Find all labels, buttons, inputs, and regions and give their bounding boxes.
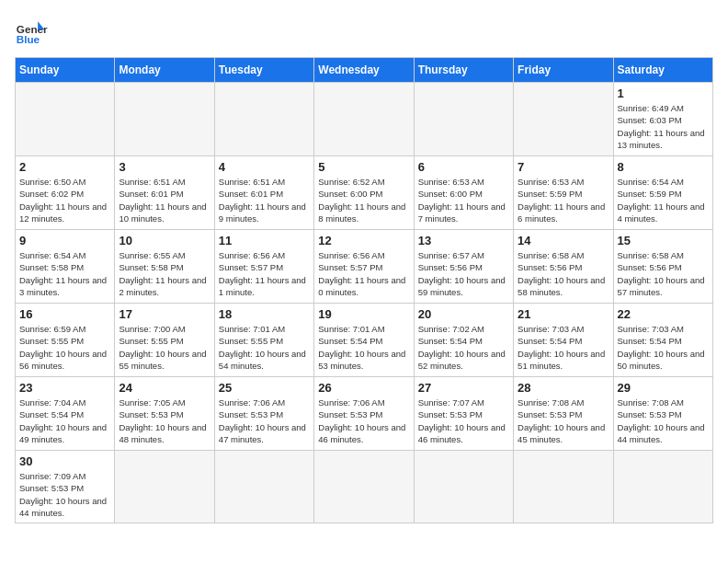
day-number: 30: [19, 454, 110, 468]
day-info: Sunrise: 7:08 AMSunset: 5:53 PMDaylight:…: [518, 396, 609, 445]
day-number: 20: [418, 307, 509, 321]
day-number: 24: [119, 381, 210, 395]
weekday-header-wednesday: Wednesday: [314, 58, 414, 83]
calendar-table: SundayMondayTuesdayWednesdayThursdayFrid…: [15, 57, 713, 523]
day-info: Sunrise: 6:51 AMSunset: 6:01 PMDaylight:…: [119, 176, 210, 224]
day-number: 28: [518, 381, 609, 395]
weekday-header-saturday: Saturday: [613, 58, 712, 83]
day-info: Sunrise: 6:58 AMSunset: 5:56 PMDaylight:…: [618, 249, 709, 298]
calendar-cell: 2Sunrise: 6:50 AMSunset: 6:02 PMDaylight…: [16, 156, 115, 230]
day-info: Sunrise: 7:03 AMSunset: 5:54 PMDaylight:…: [618, 323, 709, 372]
logo-icon: General Blue: [15, 15, 48, 48]
svg-text:Blue: Blue: [17, 33, 40, 45]
day-number: 9: [19, 234, 110, 247]
calendar-cell: 9Sunrise: 6:54 AMSunset: 5:58 PMDaylight…: [16, 230, 115, 304]
calendar-cell: 26Sunrise: 7:06 AMSunset: 5:53 PMDayligh…: [314, 377, 414, 451]
calendar-cell: 14Sunrise: 6:58 AMSunset: 5:56 PMDayligh…: [514, 230, 613, 304]
calendar-cell: 11Sunrise: 6:56 AMSunset: 5:57 PMDayligh…: [214, 230, 313, 304]
day-info: Sunrise: 6:51 AMSunset: 6:01 PMDaylight:…: [219, 176, 310, 224]
day-info: Sunrise: 6:52 AMSunset: 6:00 PMDaylight:…: [318, 176, 409, 224]
day-number: 21: [518, 307, 609, 321]
weekday-header-monday: Monday: [115, 58, 214, 83]
calendar-cell: [414, 451, 513, 523]
day-info: Sunrise: 6:57 AMSunset: 5:56 PMDaylight:…: [418, 249, 509, 298]
day-number: 12: [318, 234, 409, 247]
calendar-cell: 4Sunrise: 6:51 AMSunset: 6:01 PMDaylight…: [214, 156, 313, 230]
day-number: 13: [418, 234, 509, 247]
day-info: Sunrise: 6:54 AMSunset: 5:59 PMDaylight:…: [618, 176, 709, 224]
day-number: 16: [19, 307, 110, 321]
calendar-cell: 5Sunrise: 6:52 AMSunset: 6:00 PMDaylight…: [314, 156, 414, 230]
calendar-cell: 12Sunrise: 6:56 AMSunset: 5:57 PMDayligh…: [314, 230, 414, 304]
weekday-header-sunday: Sunday: [16, 58, 115, 83]
day-number: 7: [518, 160, 609, 174]
calendar-cell: [314, 451, 414, 523]
day-number: 5: [318, 160, 409, 174]
day-info: Sunrise: 6:56 AMSunset: 5:57 PMDaylight:…: [219, 249, 310, 298]
day-number: 23: [19, 381, 110, 395]
day-info: Sunrise: 6:53 AMSunset: 5:59 PMDaylight:…: [518, 176, 609, 224]
day-number: 10: [119, 234, 210, 247]
calendar-cell: [214, 83, 313, 156]
calendar-cell: 24Sunrise: 7:05 AMSunset: 5:53 PMDayligh…: [115, 377, 214, 451]
day-info: Sunrise: 6:59 AMSunset: 5:55 PMDaylight:…: [19, 323, 110, 372]
day-info: Sunrise: 7:02 AMSunset: 5:54 PMDaylight:…: [418, 323, 509, 372]
calendar-cell: 17Sunrise: 7:00 AMSunset: 5:55 PMDayligh…: [115, 304, 214, 377]
page-header: General Blue: [15, 15, 713, 48]
day-number: 19: [318, 307, 409, 321]
day-number: 22: [618, 307, 709, 321]
day-number: 17: [119, 307, 210, 321]
day-info: Sunrise: 6:53 AMSunset: 6:00 PMDaylight:…: [418, 176, 509, 224]
day-info: Sunrise: 7:01 AMSunset: 5:55 PMDaylight:…: [219, 323, 310, 372]
calendar-cell: 10Sunrise: 6:55 AMSunset: 5:58 PMDayligh…: [115, 230, 214, 304]
calendar-cell: 25Sunrise: 7:06 AMSunset: 5:53 PMDayligh…: [214, 377, 313, 451]
day-info: Sunrise: 7:06 AMSunset: 5:53 PMDaylight:…: [219, 396, 310, 445]
calendar-cell: [314, 83, 414, 156]
day-info: Sunrise: 6:56 AMSunset: 5:57 PMDaylight:…: [318, 249, 409, 298]
day-number: 2: [19, 160, 110, 174]
day-number: 18: [219, 307, 310, 321]
day-number: 8: [618, 160, 709, 174]
day-info: Sunrise: 6:49 AMSunset: 6:03 PMDaylight:…: [618, 102, 709, 151]
day-info: Sunrise: 7:03 AMSunset: 5:54 PMDaylight:…: [518, 323, 609, 372]
day-info: Sunrise: 7:06 AMSunset: 5:53 PMDaylight:…: [318, 396, 409, 445]
day-number: 4: [219, 160, 310, 174]
calendar-cell: 3Sunrise: 6:51 AMSunset: 6:01 PMDaylight…: [115, 156, 214, 230]
weekday-header-thursday: Thursday: [414, 58, 513, 83]
calendar-cell: 22Sunrise: 7:03 AMSunset: 5:54 PMDayligh…: [613, 304, 712, 377]
day-number: 25: [219, 381, 310, 395]
calendar-cell: [214, 451, 313, 523]
calendar-cell: [613, 451, 712, 523]
weekday-header-friday: Friday: [514, 58, 613, 83]
calendar-cell: [115, 451, 214, 523]
day-info: Sunrise: 7:05 AMSunset: 5:53 PMDaylight:…: [119, 396, 210, 445]
calendar-cell: 20Sunrise: 7:02 AMSunset: 5:54 PMDayligh…: [414, 304, 513, 377]
calendar-cell: [115, 83, 214, 156]
calendar-cell: 21Sunrise: 7:03 AMSunset: 5:54 PMDayligh…: [514, 304, 613, 377]
day-number: 15: [618, 234, 709, 247]
calendar-cell: [514, 83, 613, 156]
calendar-cell: 29Sunrise: 7:08 AMSunset: 5:53 PMDayligh…: [613, 377, 712, 451]
calendar-cell: 27Sunrise: 7:07 AMSunset: 5:53 PMDayligh…: [414, 377, 513, 451]
day-number: 29: [618, 381, 709, 395]
calendar-cell: [514, 451, 613, 523]
calendar-cell: 6Sunrise: 6:53 AMSunset: 6:00 PMDaylight…: [414, 156, 513, 230]
calendar-cell: 23Sunrise: 7:04 AMSunset: 5:54 PMDayligh…: [16, 377, 115, 451]
calendar-cell: 19Sunrise: 7:01 AMSunset: 5:54 PMDayligh…: [314, 304, 414, 377]
weekday-header-tuesday: Tuesday: [214, 58, 313, 83]
day-number: 1: [618, 86, 709, 100]
calendar-cell: 8Sunrise: 6:54 AMSunset: 5:59 PMDaylight…: [613, 156, 712, 230]
day-info: Sunrise: 6:54 AMSunset: 5:58 PMDaylight:…: [19, 249, 110, 298]
day-info: Sunrise: 7:09 AMSunset: 5:53 PMDaylight:…: [19, 470, 110, 519]
day-number: 26: [318, 381, 409, 395]
day-number: 3: [119, 160, 210, 174]
logo: General Blue: [15, 15, 48, 48]
day-number: 6: [418, 160, 509, 174]
calendar-cell: [16, 83, 115, 156]
calendar-cell: 15Sunrise: 6:58 AMSunset: 5:56 PMDayligh…: [613, 230, 712, 304]
calendar-cell: 18Sunrise: 7:01 AMSunset: 5:55 PMDayligh…: [214, 304, 313, 377]
calendar-cell: 7Sunrise: 6:53 AMSunset: 5:59 PMDaylight…: [514, 156, 613, 230]
day-info: Sunrise: 7:01 AMSunset: 5:54 PMDaylight:…: [318, 323, 409, 372]
day-info: Sunrise: 7:00 AMSunset: 5:55 PMDaylight:…: [119, 323, 210, 372]
day-info: Sunrise: 7:07 AMSunset: 5:53 PMDaylight:…: [418, 396, 509, 445]
